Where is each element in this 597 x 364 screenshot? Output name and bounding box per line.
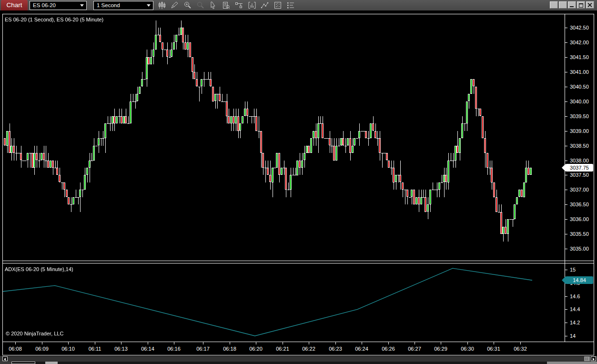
price-axis-label: 3037.50: [570, 172, 589, 178]
axis-tick: [121, 342, 121, 344]
adx-axis-label: 14.4: [570, 306, 580, 312]
axis-tick: [565, 28, 567, 28]
cursor-icon[interactable]: [209, 1, 218, 9]
zoom-in-icon[interactable]: [183, 1, 192, 9]
axis-tick: [565, 336, 567, 336]
instrument-dropdown-value: ES 06-20: [33, 2, 56, 8]
axis-tick: [565, 72, 567, 72]
time-axis-label: 06:27: [408, 346, 421, 352]
axis-tick: [441, 342, 441, 344]
axis-tick: [174, 342, 174, 344]
price-axis-label: 3040.00: [570, 99, 589, 104]
frame-right: [594, 14, 594, 355]
zoom-out-icon: [196, 1, 205, 9]
time-axis-label: 06:26: [382, 346, 395, 352]
chevron-down-icon: [80, 4, 84, 7]
frame-bottom: [2, 355, 594, 355]
taskbar-fragment: [547, 362, 597, 364]
instrument-dropdown[interactable]: ES 06-20: [30, 1, 87, 10]
axis-tick: [565, 146, 567, 146]
price-axis-label: 3042.00: [570, 40, 589, 45]
time-axis-line: [2, 342, 594, 342]
time-axis-label: 06:08: [9, 346, 22, 352]
frame-left: [2, 14, 3, 355]
time-axis-label: 06:29: [434, 346, 447, 352]
scroll-right-button[interactable]: [591, 356, 596, 361]
marker-arrow-icon: [562, 276, 566, 284]
axis-tick: [565, 161, 567, 161]
price-axis-label: 3042.50: [570, 25, 589, 30]
window-buttons: [549, 1, 594, 9]
time-axis-label: 06:14: [141, 346, 154, 352]
axis-tick: [565, 190, 567, 190]
data-box-icon[interactable]: [222, 1, 231, 9]
horizontal-scrollbar[interactable]: [0, 356, 597, 362]
axis-tick: [494, 342, 494, 344]
adx-axis-label: 14.6: [570, 293, 580, 299]
restore-button[interactable]: [577, 1, 585, 9]
restore-icon: [579, 3, 583, 8]
chevron-down-icon: [147, 4, 151, 7]
marker-arrow-icon: [562, 164, 566, 172]
axis-tick: [203, 342, 203, 344]
chart-tab[interactable]: Chart: [1, 0, 28, 10]
scroll-left-button[interactable]: [2, 356, 8, 361]
price-axis-label: 3040.50: [570, 84, 589, 90]
axis-tick: [565, 87, 567, 87]
scrollbar-thumb[interactable]: [584, 356, 590, 361]
axis-tick: [565, 42, 567, 43]
time-axis-label: 06:22: [302, 346, 315, 352]
axis-tick: [335, 342, 336, 344]
price-axis-label: 3036.00: [570, 216, 589, 222]
axis-tick: [565, 101, 567, 102]
time-axis-label: 06:16: [167, 346, 181, 352]
drawing-tools-icon[interactable]: [171, 1, 179, 9]
time-axis-label: 06:11: [89, 346, 101, 352]
adx-axis-label: 15: [570, 267, 576, 273]
minimize-button[interactable]: [568, 1, 576, 9]
indicators-icon[interactable]: [248, 1, 256, 9]
chart-trader-icon[interactable]: [235, 1, 243, 9]
axis-tick: [565, 296, 567, 297]
time-axis-label: 06:32: [514, 346, 527, 352]
price-axis-label: 3041.50: [570, 54, 589, 60]
axis-tick: [388, 342, 389, 344]
axis-tick: [42, 342, 42, 344]
properties-icon[interactable]: [273, 1, 282, 9]
price-axis-label: 3039.50: [570, 113, 589, 119]
adx-axis-label: 14: [570, 333, 576, 339]
link-button-1[interactable]: [550, 1, 558, 9]
titlebar: Chart ES 06-20 1 Second: [0, 0, 597, 10]
interval-dropdown[interactable]: 1 Second: [93, 1, 153, 10]
link-button-2[interactable]: [559, 1, 567, 9]
left-arrow-icon: [4, 358, 6, 361]
time-axis-label: 06:30: [461, 346, 474, 352]
axis-tick: [565, 249, 567, 249]
axis-tick: [68, 342, 69, 344]
taskbar-sliver: [0, 362, 597, 364]
toolbar: [158, 1, 299, 10]
last-price-marker: 3037.75: [566, 164, 593, 172]
axis-tick: [467, 342, 468, 344]
indicator-panel-label: ADX(ES 06-20 (5 Minute),14): [5, 266, 73, 272]
axis-tick: [415, 342, 415, 344]
adx-axis-label: 14.2: [570, 320, 580, 325]
strategies-icon[interactable]: [261, 1, 269, 9]
axis-tick: [283, 342, 283, 344]
price-panel-label: ES 06-20 (1 Second), ES 06-20 (5 Minute): [5, 17, 103, 22]
price-axis-label: 3036.50: [570, 202, 589, 207]
axis-tick: [565, 219, 567, 220]
axis-tick: [230, 342, 230, 344]
chart-window: Chart ES 06-20 1 Second ES 06-20 (1 Seco…: [0, 0, 597, 364]
frame-top: [2, 14, 594, 14]
chart-canvas[interactable]: [3, 14, 565, 342]
chart-style-icon[interactable]: [158, 1, 166, 9]
price-axis-label: 3035.00: [570, 246, 589, 252]
right-arrow-icon: [593, 358, 595, 361]
close-button[interactable]: [586, 1, 594, 9]
axis-tick: [565, 309, 567, 310]
adx-value: 14.84: [573, 277, 586, 283]
axis-tick: [565, 204, 567, 205]
display-list-icon[interactable]: [286, 1, 295, 9]
time-axis-label: 06:20: [249, 346, 263, 352]
